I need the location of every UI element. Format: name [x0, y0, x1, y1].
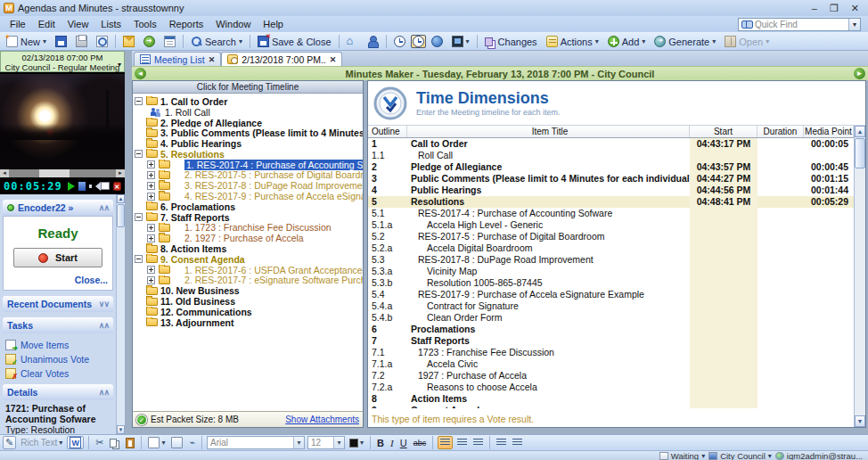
menu-item[interactable]: Lists	[94, 18, 127, 30]
bold-button[interactable]: B	[375, 436, 386, 449]
table-row[interactable]: 7.2.a Reasons to choose Accela	[368, 382, 854, 393]
generate-button[interactable]: Generate▾	[651, 35, 719, 48]
cell-start[interactable]: 04:48:41 PM	[690, 196, 757, 208]
web-button[interactable]	[428, 35, 446, 48]
add-button[interactable]: Add▾	[604, 35, 650, 48]
cell-start[interactable]	[690, 277, 757, 289]
waiting-dropdown-icon[interactable]: ▾	[701, 452, 705, 460]
tree-item[interactable]: 10. New Business	[133, 285, 363, 296]
cell-start[interactable]	[690, 300, 757, 312]
tab-meeting-list[interactable]: Meeting List ✕	[134, 52, 221, 66]
tree-item[interactable]: 1. Call to Order	[133, 96, 363, 107]
align-left-button[interactable]	[438, 436, 453, 449]
cell-media-point[interactable]	[804, 242, 854, 254]
home-button[interactable]: ⌂	[343, 35, 362, 48]
table-row[interactable]: 7.1.a Accela Civic	[368, 358, 854, 370]
table-row[interactable]: 5.2.a Accela Digital Boardroom	[368, 242, 854, 254]
cell-duration[interactable]	[757, 196, 804, 208]
cell-start[interactable]	[690, 382, 757, 393]
cell-start[interactable]	[690, 405, 757, 408]
encoder-header[interactable]: Encoder22 » ∧∧	[3, 200, 113, 216]
cell-media-point[interactable]	[804, 358, 854, 370]
expand-chevron-icon[interactable]: ∨∨	[99, 300, 109, 308]
cut-button[interactable]: ✂	[94, 436, 105, 449]
cell-media-point[interactable]	[804, 405, 854, 408]
table-row[interactable]: 7 Staff Reports	[368, 335, 854, 347]
cell-media-point[interactable]	[804, 370, 854, 382]
cell-start[interactable]	[690, 335, 757, 347]
cell-media-point[interactable]: 00:01:44	[804, 185, 854, 196]
table-row[interactable]: 1 Call to Order 04:43:17 PM 00:00:05	[368, 138, 854, 150]
speaker-icon[interactable]	[89, 182, 97, 191]
minimize-button[interactable]: –	[812, 3, 817, 14]
cell-start[interactable]	[690, 324, 757, 335]
cell-media-point[interactable]	[804, 300, 854, 312]
cell-duration[interactable]	[757, 347, 804, 358]
indent-decrease-button[interactable]	[495, 436, 508, 449]
scroll-down-icon[interactable]: ▼	[855, 415, 865, 427]
task-link[interactable]: ✗ Clear Votes	[5, 366, 111, 381]
font-family-select[interactable]: Arial▾	[207, 436, 305, 449]
email-button[interactable]	[119, 35, 138, 48]
menu-item[interactable]: Edit	[32, 18, 61, 30]
cell-media-point[interactable]	[804, 254, 854, 266]
tree-item[interactable]: 2. RES-2017-5 : Purchase of Digital Boar…	[133, 170, 363, 181]
menu-item[interactable]: Window	[209, 18, 257, 30]
tab-meeting-date[interactable]: 2/13/2018 7:00 PM.. ✕	[221, 52, 342, 66]
table-row[interactable]: 7.1 1723 : Franchise Fee Discussion	[368, 347, 854, 358]
new-button[interactable]: New▾	[3, 35, 50, 48]
cell-media-point[interactable]	[804, 289, 854, 300]
tree-item[interactable]: 1. Roll Call	[133, 107, 363, 118]
close-tab-icon[interactable]: ✕	[330, 55, 337, 64]
cell-start[interactable]	[690, 289, 757, 300]
video-scroll-right-icon[interactable]: ►	[116, 169, 125, 177]
cell-duration[interactable]	[757, 312, 804, 324]
align-right-button[interactable]	[471, 436, 485, 449]
tree-item[interactable]: 1. RES-2017-6 : USFDA Grant Acceptance, …	[133, 265, 363, 275]
video-scroll-thumb[interactable]	[39, 169, 70, 177]
tree-item[interactable]: 5. Resolutions	[133, 149, 363, 160]
cell-duration[interactable]	[757, 242, 804, 254]
back-arrow-icon[interactable]: ◄	[135, 68, 146, 79]
cell-duration[interactable]	[757, 382, 804, 393]
cell-media-point[interactable]: 00:00:45	[804, 161, 854, 173]
save-button[interactable]	[52, 35, 70, 48]
cell-start[interactable]: 04:44:56 PM	[690, 185, 757, 196]
tree-item[interactable]: 4. RES-2017-9 : Purchase of Accela eSign…	[133, 191, 363, 201]
search-button[interactable]: Search▾	[187, 35, 246, 48]
collapse-chevron-icon[interactable]: ∧∧	[99, 321, 109, 330]
cell-duration[interactable]	[757, 266, 804, 277]
publish-button[interactable]	[140, 35, 159, 48]
cell-start[interactable]: 04:44:27 PM	[690, 173, 757, 185]
cell-media-point[interactable]	[804, 347, 854, 358]
table-row[interactable]: 3 Public Comments (Please limit to 4 Min…	[368, 173, 854, 185]
cell-media-point[interactable]	[804, 277, 854, 289]
cell-start[interactable]	[690, 393, 757, 405]
save-close-button[interactable]: Save & Close	[254, 35, 335, 48]
table-row[interactable]: 4 Public Hearings 04:44:56 PM 00:01:44	[368, 185, 854, 196]
tree-expander-icon[interactable]	[135, 255, 143, 263]
play-icon[interactable]	[68, 182, 75, 191]
tree-item[interactable]: 9. Consent Agenda	[133, 254, 363, 265]
cell-duration[interactable]	[757, 324, 804, 335]
collapse-chevron-icon[interactable]: ∧∧	[99, 203, 109, 212]
print-preview-button[interactable]	[93, 35, 111, 48]
quick-find-dropdown[interactable]: ▾	[848, 19, 860, 30]
tree-item[interactable]: 3. Public Comments (Please limit to 4 Mi…	[133, 127, 363, 138]
cell-media-point[interactable]	[804, 219, 854, 231]
table-row[interactable]: 5.3 RES-2017-8 : DuPage Road Improvement	[368, 254, 854, 266]
insert-document-button[interactable]: ▾	[146, 436, 167, 449]
tasks-header[interactable]: Tasks ∧∧	[3, 317, 113, 333]
table-row[interactable]: 5.4.a Contract for Signature	[368, 300, 854, 312]
tree-item[interactable]: 3. RES-2017-8 : DuPage Road Improvement	[133, 180, 363, 191]
cell-duration[interactable]	[757, 405, 804, 408]
sidebar-scrollbar[interactable]: ▲ ▼	[116, 194, 125, 434]
table-row[interactable]: 8 Action Items	[368, 393, 854, 405]
cell-media-point[interactable]	[804, 150, 854, 161]
popout-window-icon[interactable]	[101, 182, 109, 190]
scroll-down-icon[interactable]: ▼	[117, 425, 125, 434]
cell-start[interactable]: 04:43:57 PM	[690, 161, 757, 173]
copy-button[interactable]	[108, 436, 121, 449]
cell-media-point[interactable]	[804, 335, 854, 347]
menu-item[interactable]: File	[4, 18, 32, 30]
